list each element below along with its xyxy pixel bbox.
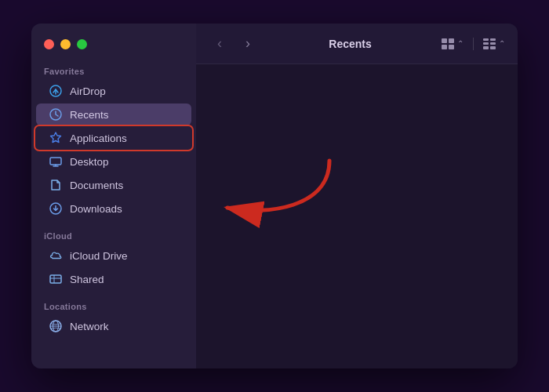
shared-icon	[49, 272, 63, 286]
traffic-lights	[31, 30, 196, 62]
sidebar-item-icloud-drive[interactable]: iCloud Drive	[36, 245, 191, 267]
icloud-drive-icon	[49, 249, 63, 263]
downloads-label: Downloads	[70, 203, 122, 215]
airdrop-label: AirDrop	[70, 85, 106, 97]
desktop-icon	[49, 154, 63, 169]
content-area	[196, 64, 518, 368]
list-view-button[interactable]: ⌃	[483, 38, 505, 49]
sidebar-item-documents[interactable]: Documents	[36, 174, 191, 196]
network-label: Network	[70, 321, 109, 332]
sidebar-item-desktop[interactable]: Desktop	[36, 151, 191, 172]
list-chevron-icon: ⌃	[499, 39, 505, 48]
forward-button[interactable]: ›	[237, 33, 259, 55]
grid-view-button[interactable]: ⌃	[442, 38, 464, 49]
grid-view-icon	[442, 38, 454, 49]
minimize-button[interactable]	[60, 39, 71, 49]
applications-label: Applications	[70, 132, 127, 144]
recents-icon	[49, 107, 63, 122]
desktop-label: Desktop	[70, 156, 109, 168]
network-icon	[49, 319, 63, 333]
svg-rect-4	[50, 275, 61, 283]
downloads-icon	[49, 201, 63, 216]
forward-chevron-icon: ›	[245, 35, 250, 52]
back-chevron-icon: ‹	[217, 35, 222, 52]
icloud-drive-label: iCloud Drive	[70, 250, 128, 262]
recents-label: Recents	[70, 109, 109, 121]
main-content: ‹ › Recents	[196, 24, 518, 368]
sidebar-item-recents[interactable]: Recents	[36, 103, 191, 125]
svg-rect-2	[50, 158, 61, 165]
sidebar: Favorites AirDrop	[31, 24, 196, 368]
favorites-label: Favorites	[31, 62, 196, 79]
sidebar-item-downloads[interactable]: Downloads	[36, 198, 191, 220]
applications-icon	[49, 131, 63, 145]
sidebar-item-airdrop[interactable]: AirDrop	[36, 80, 191, 102]
documents-label: Documents	[70, 180, 123, 191]
finder-window: Favorites AirDrop	[31, 24, 518, 368]
toolbar: ‹ › Recents	[196, 24, 518, 64]
back-button[interactable]: ‹	[209, 33, 231, 55]
view-controls: ⌃ ⌃	[442, 38, 505, 50]
sidebar-item-applications[interactable]: Applications	[36, 127, 191, 149]
divider	[473, 38, 474, 50]
sidebar-item-network[interactable]: Network	[36, 315, 191, 337]
toolbar-title: Recents	[265, 38, 435, 50]
documents-icon	[49, 178, 63, 192]
sidebar-item-shared[interactable]: Shared	[36, 268, 191, 290]
locations-label: Locations	[31, 297, 196, 314]
icloud-label: iCloud	[31, 227, 196, 244]
shared-label: Shared	[70, 274, 104, 285]
grid-chevron-icon: ⌃	[457, 39, 464, 48]
close-button[interactable]	[44, 39, 54, 49]
list-view-icon	[483, 38, 496, 49]
maximize-button[interactable]	[77, 39, 87, 49]
airdrop-icon	[49, 84, 63, 98]
